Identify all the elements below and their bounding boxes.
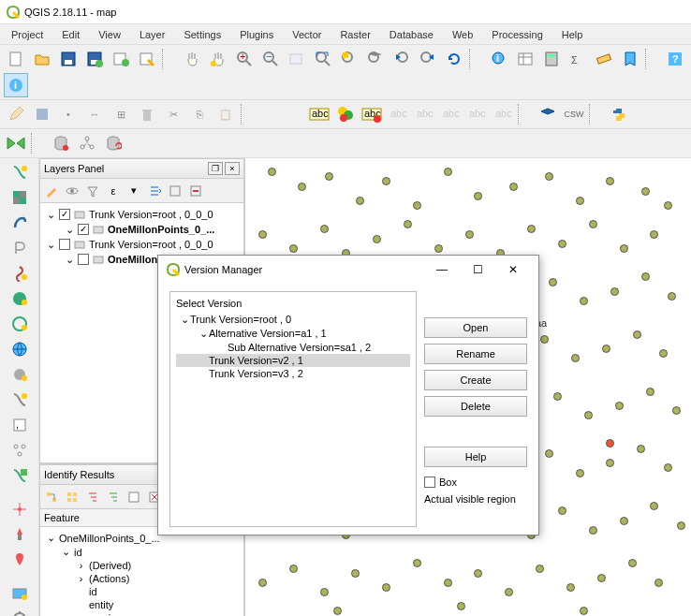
save-as-icon[interactable] [82, 47, 107, 71]
add-vector-icon[interactable] [7, 160, 32, 184]
processing-icon[interactable] [7, 607, 32, 616]
open-button[interactable]: Open [424, 317, 527, 338]
zoom-in-icon[interactable]: + [232, 47, 257, 71]
remove-icon[interactable] [186, 182, 205, 200]
menu-view[interactable]: View [91, 27, 128, 42]
version-item[interactable]: ⌄Alternative Version=a1 , 1 [176, 327, 410, 341]
layer-checkbox[interactable] [78, 224, 89, 235]
layer-item[interactable]: ⌄Trunk Version=root , 0_0_0 [42, 207, 242, 222]
dialog-min-icon[interactable]: ― [424, 258, 460, 281]
group-icon[interactable] [166, 182, 184, 200]
identify-tree[interactable]: ⌄OneMillonPoints_0_...⌄id›(Derived)›(Act… [39, 527, 244, 616]
virtual-layer-icon[interactable] [7, 581, 32, 606]
stats-icon[interactable]: Σ [566, 47, 590, 71]
copy-icon[interactable]: ⎘ [187, 102, 212, 126]
measure-icon[interactable] [592, 47, 616, 71]
edit-save-icon[interactable] [30, 102, 54, 126]
label-move-icon[interactable]: abc [438, 102, 463, 126]
bookmarks-icon[interactable] [618, 47, 642, 71]
panel-float-icon[interactable]: ❐ [208, 162, 223, 175]
layer-checkbox[interactable] [59, 209, 70, 220]
id-collapse-icon[interactable] [104, 488, 123, 506]
expand-icon[interactable]: ▾ [125, 182, 143, 200]
zoom-native-icon[interactable] [285, 47, 309, 71]
add-spatialite-icon[interactable] [7, 236, 32, 260]
layer-checkbox[interactable] [78, 254, 89, 265]
attributes-icon[interactable] [513, 47, 537, 71]
new-shapefile-icon[interactable] [7, 463, 32, 488]
new-composer-icon[interactable] [109, 47, 133, 71]
add-oracle-icon[interactable] [7, 312, 32, 336]
node-tool-icon[interactable]: ⊞ [109, 102, 133, 126]
layer-item[interactable]: ⌄OneMillonPoints_0_... [42, 222, 242, 237]
menu-project[interactable]: Project [4, 27, 51, 42]
edit-pencil-icon[interactable] [4, 102, 28, 126]
label-rules-icon[interactable] [333, 102, 358, 126]
zoom-next-icon[interactable] [416, 47, 440, 71]
label-rotate-icon[interactable]: abc [464, 102, 489, 126]
db-icon[interactable] [49, 131, 73, 155]
id-table-icon[interactable] [63, 488, 81, 506]
expression-icon[interactable]: ε [104, 182, 123, 200]
move-feature-icon[interactable]: ↔ [82, 102, 107, 126]
field-calc-icon[interactable] [539, 47, 564, 71]
save-icon[interactable] [56, 47, 81, 71]
add-mssql-icon[interactable] [7, 261, 32, 286]
composer-manager-icon[interactable] [135, 47, 159, 71]
add-wms-icon[interactable] [7, 337, 32, 361]
identify-row[interactable]: entity [42, 598, 242, 611]
dialog-close-icon[interactable]: ✕ [495, 258, 531, 281]
label-pin-icon[interactable]: abc [386, 102, 410, 126]
menu-raster[interactable]: Raster [332, 27, 377, 42]
csw-icon[interactable]: CSW [562, 102, 586, 126]
menu-vector[interactable]: Vector [285, 27, 329, 42]
dialog-max-icon[interactable]: ☐ [460, 258, 495, 281]
metasearch-icon[interactable] [536, 102, 560, 126]
menu-edit[interactable]: Edit [54, 27, 87, 42]
identify-row[interactable]: version [42, 611, 242, 616]
pan-selection-icon[interactable] [206, 47, 230, 71]
add-csv-icon[interactable]: , [7, 413, 32, 437]
label-highlight-icon[interactable]: abc [360, 102, 384, 126]
id-expand-icon[interactable] [83, 488, 102, 506]
paste-icon[interactable]: 📋 [213, 102, 238, 126]
identify-row[interactable]: ›(Actions) [42, 572, 242, 585]
pan-icon[interactable] [180, 47, 204, 71]
menu-settings[interactable]: Settings [176, 27, 228, 42]
help-button[interactable]: Help [424, 447, 527, 467]
zoom-selection-icon[interactable] [337, 47, 361, 71]
zoom-layer-icon[interactable] [363, 47, 388, 71]
menu-layer[interactable]: Layer [132, 27, 173, 42]
collapse-icon[interactable] [145, 182, 164, 200]
identify-row[interactable]: ›(Derived) [42, 559, 242, 572]
refresh-icon[interactable] [442, 47, 466, 71]
label-change-icon[interactable]: abc [491, 102, 515, 126]
menu-help[interactable]: Help [554, 27, 591, 42]
pin-icon[interactable] [7, 548, 32, 572]
filter-eye-icon[interactable] [63, 182, 81, 200]
identify-row[interactable]: ⌄id [42, 545, 242, 559]
menu-database[interactable]: Database [382, 27, 441, 42]
add-wcs-icon[interactable] [7, 362, 32, 387]
menu-web[interactable]: Web [445, 27, 480, 42]
cut-icon[interactable]: ✂ [161, 102, 185, 126]
menu-plugins[interactable]: Plugins [232, 27, 281, 42]
rename-button[interactable]: Rename [424, 344, 527, 364]
panel-close-icon[interactable]: × [225, 162, 240, 175]
id-form-icon[interactable] [125, 488, 143, 506]
gps-icon[interactable] [7, 522, 32, 547]
node-circles-icon[interactable] [7, 438, 32, 462]
add-postgis-icon[interactable] [7, 211, 32, 235]
version-tree[interactable]: ⌄Trunk Version=root , 0⌄Alternative Vers… [176, 313, 410, 380]
identify-row[interactable]: id [42, 585, 242, 598]
box-checkbox[interactable] [424, 477, 435, 488]
delete-icon[interactable] [135, 102, 159, 126]
add-db2-icon[interactable] [7, 286, 32, 311]
label-abc-icon[interactable]: abc [307, 102, 331, 126]
add-feature-icon[interactable]: • [56, 102, 81, 126]
create-button[interactable]: Create [424, 370, 527, 390]
zoom-full-icon[interactable] [311, 47, 335, 71]
bowtie-icon[interactable] [4, 131, 28, 155]
dialog-titlebar[interactable]: Version Manager ― ☐ ✕ [158, 256, 538, 284]
style-icon[interactable] [42, 182, 61, 200]
